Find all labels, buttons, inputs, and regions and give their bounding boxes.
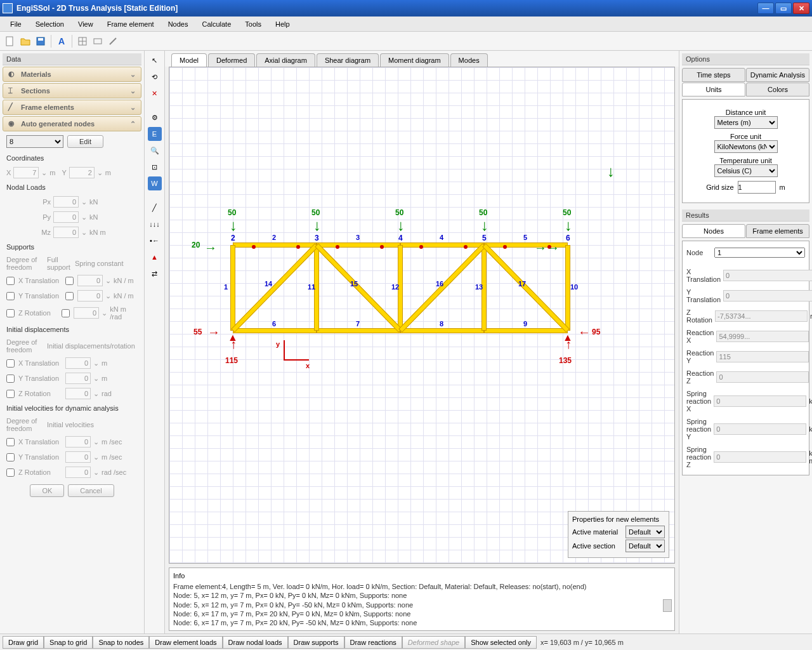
sup-yt-check[interactable] [6, 292, 15, 300]
node-select[interactable]: 8 [6, 135, 63, 148]
zoom-fit-icon[interactable]: ⊡ [148, 160, 162, 174]
accordion-auto-nodes[interactable]: ◉Auto generated nodes⌃ [3, 116, 141, 131]
rotate-icon[interactable]: ⟲ [148, 70, 162, 84]
tab-result-frame[interactable]: Frame elements [746, 224, 809, 238]
sup-zr-check[interactable] [6, 309, 15, 317]
tab-time-steps[interactable]: Time steps [682, 68, 745, 82]
status-draw-grid[interactable]: Draw grid [3, 636, 44, 649]
vel-xt-check[interactable] [6, 438, 15, 446]
sup-zr-full[interactable] [62, 309, 70, 317]
tab-dynamic-analysis[interactable]: Dynamic Analysis [746, 68, 809, 82]
result-node-select[interactable]: 1 [714, 248, 805, 258]
vel-yt-val[interactable] [65, 451, 91, 463]
py-input[interactable] [53, 211, 79, 223]
status-show-selected[interactable]: Show selected only [465, 636, 537, 649]
temperature-unit-select[interactable]: Celsius (C) [714, 164, 778, 177]
status-deformed-shape[interactable]: Deformed shape [402, 636, 465, 649]
sup-xt-check[interactable] [6, 277, 15, 285]
force-unit-select[interactable]: KiloNewtons (kN) [714, 140, 778, 153]
tool-w-icon[interactable]: W [148, 176, 162, 190]
chevron-down-icon[interactable]: ⌄ [41, 169, 47, 177]
tab-result-nodes[interactable]: Nodes [682, 224, 745, 238]
status-draw-element-loads[interactable]: Draw element loads [149, 636, 222, 649]
open-icon[interactable] [19, 35, 32, 48]
chevron-down-icon[interactable]: ⌄ [93, 375, 99, 383]
model-canvas[interactable]: ↓50 ↓50 ↓50 ↓50 ↓50 ↓ → 20 [169, 67, 675, 564]
disp-yt-check[interactable] [6, 375, 15, 383]
status-draw-reactions[interactable]: Draw reactions [344, 636, 402, 649]
close-button[interactable]: ✕ [793, 3, 809, 14]
chevron-down-icon[interactable]: ⌄ [97, 169, 103, 177]
active-section-select[interactable]: Default [625, 540, 665, 552]
disp-zr-check[interactable] [6, 390, 15, 398]
disp-zr-val[interactable] [65, 388, 91, 399]
accordion-sections[interactable]: ⌶Sections⌄ [3, 83, 141, 98]
tab-moment[interactable]: Moment diagram [380, 53, 449, 67]
tool-grid-icon[interactable] [76, 35, 89, 48]
coord-y-input[interactable] [69, 167, 95, 178]
maximize-button[interactable]: ▭ [775, 3, 792, 14]
delete-axis-icon[interactable]: ✕ [148, 86, 162, 100]
coord-x-input[interactable] [13, 167, 39, 178]
accordion-frame-elements[interactable]: ╱Frame elements⌄ [3, 100, 141, 115]
menu-view[interactable]: View [72, 18, 100, 30]
minimize-button[interactable]: — [757, 3, 774, 14]
tab-axial[interactable]: Axial diagram [256, 53, 315, 67]
px-input[interactable] [53, 196, 79, 208]
tool-a-icon[interactable]: A [55, 35, 68, 48]
distance-unit-select[interactable]: Meters (m) [714, 116, 778, 129]
chevron-down-icon[interactable]: ⌄ [93, 359, 99, 368]
support-icon[interactable]: ▲ [148, 250, 162, 264]
ok-button[interactable]: OK [30, 484, 64, 497]
sup-xt-full[interactable] [65, 277, 74, 285]
status-snap-grid[interactable]: Snap to grid [44, 636, 93, 649]
tab-shear[interactable]: Shear diagram [317, 53, 379, 67]
chevron-down-icon[interactable]: ⌄ [93, 453, 99, 461]
tool-1-icon[interactable]: ⚙ [148, 110, 162, 124]
chevron-down-icon[interactable]: ⌄ [81, 229, 87, 237]
tool-c-icon[interactable] [107, 35, 119, 48]
vel-zr-val[interactable] [65, 467, 91, 478]
chevron-down-icon[interactable]: ⌄ [105, 292, 111, 300]
chevron-down-icon[interactable]: ⌄ [105, 277, 111, 285]
tool-b-icon[interactable] [91, 35, 104, 48]
chevron-down-icon[interactable]: ⌄ [93, 468, 99, 477]
status-snap-nodes[interactable]: Snap to nodes [93, 636, 149, 649]
vel-yt-check[interactable] [6, 453, 15, 461]
chevron-down-icon[interactable]: ⌄ [81, 198, 87, 206]
chevron-down-icon[interactable]: ⌄ [93, 390, 99, 398]
save-icon[interactable] [34, 35, 47, 48]
tool-swap-icon[interactable]: ⇄ [148, 267, 162, 281]
disp-xt-val[interactable] [65, 357, 91, 369]
status-draw-supports[interactable]: Draw supports [288, 636, 344, 649]
chevron-down-icon[interactable]: ⌄ [81, 213, 87, 222]
tab-units[interactable]: Units [682, 83, 745, 96]
active-material-select[interactable]: Default [625, 526, 665, 538]
vel-xt-val[interactable] [65, 436, 91, 448]
menu-file[interactable]: File [4, 18, 28, 30]
scrollbar-thumb[interactable] [663, 599, 672, 612]
disp-xt-check[interactable] [6, 359, 15, 368]
draw-line-icon[interactable]: ╱ [148, 201, 162, 215]
tab-deformed[interactable]: Deformed [208, 53, 255, 67]
pointer-icon[interactable]: ↖ [148, 53, 162, 67]
chevron-down-icon[interactable]: ⌄ [93, 438, 99, 446]
menu-selection[interactable]: Selection [29, 18, 70, 30]
grid-size-input[interactable] [738, 181, 776, 194]
status-draw-nodal-loads[interactable]: Draw nodal loads [223, 636, 288, 649]
sup-yt-full[interactable] [65, 292, 74, 300]
zoom-in-icon[interactable]: 🔍 [148, 143, 162, 157]
sup-zr-val[interactable] [74, 307, 99, 319]
menu-frame-element[interactable]: Frame element [101, 18, 160, 30]
load-down-icon[interactable]: ↓↓↓ [148, 217, 162, 231]
tool-2-icon[interactable]: E [148, 127, 162, 141]
vel-zr-check[interactable] [6, 468, 15, 477]
tab-model[interactable]: Model [171, 53, 207, 67]
new-icon[interactable] [4, 35, 16, 48]
cancel-button[interactable]: Cancel [68, 484, 114, 497]
sup-xt-val[interactable] [77, 275, 103, 286]
accordion-materials[interactable]: ◐Materials⌄ [3, 67, 141, 82]
tab-colors[interactable]: Colors [746, 83, 809, 96]
menu-nodes[interactable]: Nodes [162, 18, 195, 30]
tab-modes[interactable]: Modes [450, 53, 488, 67]
